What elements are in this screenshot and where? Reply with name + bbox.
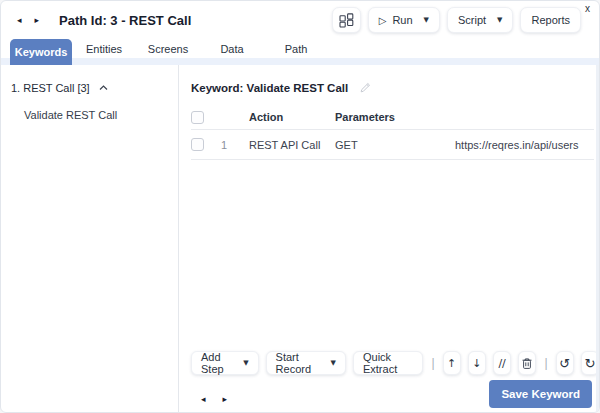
row-url: https://reqres.in/api/users — [455, 139, 594, 151]
next-page-icon[interactable]: ▸ — [223, 394, 228, 404]
start-record-button[interactable]: Start Record ▼ — [266, 351, 346, 375]
close-icon[interactable]: x — [585, 3, 590, 14]
trash-icon — [521, 357, 533, 370]
prev-path-icon[interactable]: ◂ — [17, 16, 22, 25]
toolbar-separator: | — [431, 356, 434, 370]
script-dropdown-icon[interactable]: ▼ — [497, 16, 502, 24]
quick-extract-label: Quick Extract — [363, 351, 414, 375]
header: ◂ ▸ Path Id: 3 - REST Call ▷ Run ▼ — [1, 1, 599, 39]
sidebar-item-validate-rest-call[interactable]: Validate REST Call — [24, 109, 178, 121]
save-keyword-button[interactable]: Save Keyword — [489, 380, 592, 408]
app-window: ◂ ▸ Path Id: 3 - REST Call ▷ Run ▼ — [0, 0, 600, 413]
tab-keywords[interactable]: Keywords — [10, 39, 72, 65]
tab-screens[interactable]: Screens — [136, 39, 200, 58]
add-step-label: Add Step — [201, 351, 232, 375]
grid-icon — [339, 13, 354, 28]
arrow-up-icon: ↑ — [447, 358, 456, 369]
sidebar-group-label: 1. REST Call [3] — [11, 82, 90, 94]
col-action: Action — [249, 111, 335, 123]
next-path-icon[interactable]: ▸ — [35, 16, 40, 25]
row-checkbox[interactable] — [191, 138, 204, 151]
main-panel: Keyword: Validate REST Call Action Param… — [179, 65, 599, 413]
quick-extract-button[interactable]: Quick Extract — [353, 351, 424, 375]
tab-bar: Keywords Entities Screens Data Path — [1, 39, 599, 65]
col-parameters: Parameters — [335, 111, 455, 123]
sidebar: 1. REST Call [3] Validate REST Call — [1, 65, 179, 413]
run-button-label: Run — [392, 14, 412, 26]
undo-icon: ↺ — [559, 357, 570, 370]
tab-entities[interactable]: Entities — [72, 39, 136, 58]
row-method: GET — [335, 139, 455, 151]
comment-step-button[interactable]: // — [493, 351, 511, 375]
prev-page-icon[interactable]: ◂ — [201, 394, 206, 404]
chevron-up-icon[interactable] — [99, 85, 108, 91]
delete-step-button[interactable] — [518, 351, 536, 375]
add-step-dropdown-icon[interactable]: ▼ — [243, 359, 248, 367]
redo-button[interactable]: ↻ — [581, 351, 599, 375]
play-icon: ▷ — [379, 15, 387, 26]
tab-path[interactable]: Path — [264, 39, 328, 58]
move-step-down-button[interactable]: ↓ — [468, 351, 486, 375]
step-toolbar: Add Step ▼ Start Record ▼ Quick Extract … — [191, 351, 599, 375]
steps-table-header: Action Parameters — [191, 105, 594, 130]
page-title: Path Id: 3 - REST Call — [59, 13, 191, 28]
start-record-dropdown-icon[interactable]: ▼ — [331, 359, 336, 367]
reports-button[interactable]: Reports — [520, 7, 581, 33]
script-button[interactable]: Script ▼ — [447, 7, 514, 33]
row-action: REST API Call — [249, 139, 335, 151]
toolbar-separator: | — [544, 356, 547, 370]
redo-icon: ↻ — [584, 357, 595, 370]
arrow-down-icon: ↓ — [472, 358, 481, 369]
body: 1. REST Call [3] Validate REST Call Keyw… — [1, 65, 599, 413]
script-button-label: Script — [458, 14, 486, 26]
edit-keyword-icon[interactable] — [359, 81, 372, 94]
row-number: 1 — [221, 139, 249, 151]
undo-button[interactable]: ↺ — [556, 351, 574, 375]
path-navigation: ◂ ▸ — [17, 16, 39, 25]
keyword-pagination: ◂ ▸ — [201, 394, 227, 404]
sidebar-group-rest-call[interactable]: 1. REST Call [3] — [11, 82, 178, 94]
keyword-title: Keyword: Validate REST Call — [191, 82, 348, 94]
header-actions: ▷ Run ▼ Script ▼ Reports — [332, 7, 581, 33]
select-all-checkbox[interactable] — [191, 111, 204, 124]
steps-table: Action Parameters 1 REST API Call GET ht… — [191, 105, 594, 160]
move-step-up-button[interactable]: ↑ — [443, 351, 461, 375]
tab-data[interactable]: Data — [200, 39, 264, 58]
grid-view-button[interactable] — [332, 7, 361, 33]
add-step-button[interactable]: Add Step ▼ — [191, 351, 259, 375]
comment-icon: // — [498, 358, 505, 369]
start-record-label: Start Record — [276, 351, 320, 375]
table-row[interactable]: 1 REST API Call GET https://reqres.in/ap… — [191, 130, 594, 160]
keyword-header: Keyword: Validate REST Call — [191, 81, 599, 94]
run-dropdown-icon[interactable]: ▼ — [424, 16, 429, 24]
run-button[interactable]: ▷ Run ▼ — [368, 7, 440, 33]
reports-button-label: Reports — [531, 14, 570, 26]
